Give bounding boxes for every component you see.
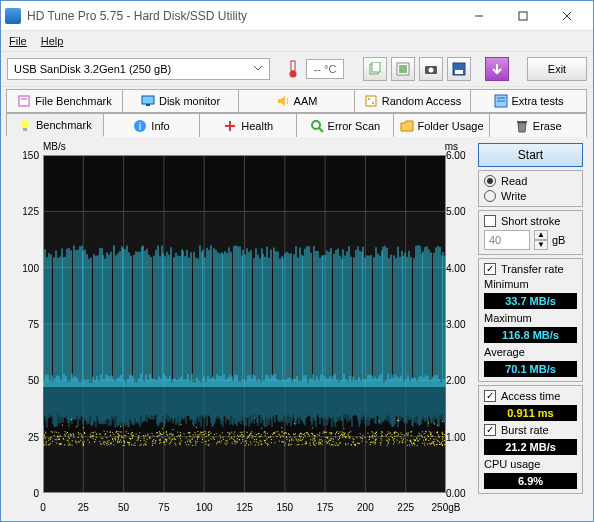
access-time-checkbox[interactable]: Access time: [484, 390, 577, 402]
x-tick: 225: [397, 502, 414, 513]
monitor-icon: [141, 94, 155, 108]
trash-icon: [515, 119, 529, 133]
tabs-row-1: File BenchmarkDisk monitorAAMRandom Acce…: [1, 87, 593, 113]
x-tick: 175: [317, 502, 334, 513]
benchmark-chart: MB/s ms 02550751001251500.001.002.003.00…: [11, 143, 472, 513]
short-stroke-checkbox[interactable]: Short stroke: [484, 215, 577, 227]
cpu-label: CPU usage: [484, 458, 577, 470]
y-right-tick: 3.00: [446, 319, 472, 330]
cpu-value: 6.9%: [484, 473, 577, 489]
min-label: Minimum: [484, 278, 577, 290]
title-bar: HD Tune Pro 5.75 - Hard Disk/SSD Utility: [1, 1, 593, 31]
tab-error-scan[interactable]: Error Scan: [296, 113, 394, 137]
scan-icon: [310, 119, 324, 133]
short-stroke-unit: gB: [552, 234, 565, 246]
screenshot-button[interactable]: [419, 57, 443, 81]
x-tick: 200: [357, 502, 374, 513]
mode-group: Read Write: [478, 170, 583, 207]
minimize-button[interactable]: [457, 2, 501, 30]
tab-extra-tests[interactable]: Extra tests: [470, 89, 587, 113]
wrench-icon: [494, 94, 508, 108]
content-area: MB/s ms 02550751001251500.001.002.003.00…: [1, 137, 593, 521]
close-button[interactable]: [545, 2, 589, 30]
side-panel: Start Read Write Short stroke 40 ▲▼ gB T…: [478, 143, 583, 513]
svg-rect-18: [366, 96, 376, 106]
y-left-tick: 125: [11, 206, 39, 217]
window-title: HD Tune Pro 5.75 - Hard Disk/SSD Utility: [27, 9, 457, 23]
x-tick: 125: [236, 502, 253, 513]
svg-point-11: [429, 68, 434, 73]
maximize-button[interactable]: [501, 2, 545, 30]
tab-benchmark[interactable]: Benchmark: [6, 113, 104, 137]
tab-info[interactable]: iInfo: [103, 113, 201, 137]
tab-file-benchmark[interactable]: File Benchmark: [6, 89, 123, 113]
y-left-tick: 150: [11, 150, 39, 161]
svg-point-5: [290, 71, 297, 78]
svg-rect-13: [455, 70, 463, 74]
start-button[interactable]: Start: [478, 143, 583, 167]
burst-rate-value: 21.2 MB/s: [484, 439, 577, 455]
x-tick: 100: [196, 502, 213, 513]
spinner-buttons[interactable]: ▲▼: [534, 230, 548, 250]
options-button[interactable]: [485, 57, 509, 81]
svg-point-19: [368, 98, 370, 100]
drive-select[interactable]: USB SanDisk 3.2Gen1 (250 gB): [7, 58, 270, 80]
svg-rect-7: [372, 62, 380, 72]
svg-line-31: [319, 128, 323, 132]
svg-text:i: i: [139, 120, 141, 132]
write-radio[interactable]: Write: [484, 190, 577, 202]
svg-rect-25: [23, 128, 27, 131]
min-value: 33.7 MB/s: [484, 293, 577, 309]
y-left-tick: 0: [11, 488, 39, 499]
svg-rect-16: [142, 96, 154, 104]
info-icon: i: [133, 119, 147, 133]
tab-aam[interactable]: AAM: [238, 89, 355, 113]
max-label: Maximum: [484, 312, 577, 324]
copy-screenshot-button[interactable]: [391, 57, 415, 81]
drive-select-value: USB SanDisk 3.2Gen1 (250 gB): [14, 63, 171, 75]
folder-icon: [400, 119, 414, 133]
max-value: 116.8 MB/s: [484, 327, 577, 343]
y-right-tick: 0.00: [446, 488, 472, 499]
menu-help[interactable]: Help: [41, 35, 64, 47]
y-right-tick: 1.00: [446, 431, 472, 442]
x-tick: 150: [276, 502, 293, 513]
svg-rect-29: [225, 125, 235, 127]
app-icon: [5, 8, 21, 24]
exit-button[interactable]: Exit: [527, 57, 587, 81]
transfer-rate-checkbox[interactable]: Transfer rate: [484, 263, 577, 275]
tab-health[interactable]: Health: [199, 113, 297, 137]
toolbar: USB SanDisk 3.2Gen1 (250 gB) -- °C Exit: [1, 51, 593, 87]
tab-random-access[interactable]: Random Access: [354, 89, 471, 113]
save-button[interactable]: [447, 57, 471, 81]
dice-icon: [364, 94, 378, 108]
menu-bar: File Help: [1, 31, 593, 51]
svg-rect-17: [146, 104, 150, 106]
x-tick: 75: [158, 502, 169, 513]
copy-info-button[interactable]: [363, 57, 387, 81]
y-axis-left-label: MB/s: [43, 141, 66, 152]
access-time-group: Access time 0.911 ms Burst rate 21.2 MB/…: [478, 385, 583, 494]
svg-rect-1: [519, 12, 527, 20]
tab-folder-usage[interactable]: Folder Usage: [393, 113, 491, 137]
svg-rect-14: [19, 96, 29, 106]
app-window: HD Tune Pro 5.75 - Hard Disk/SSD Utility…: [0, 0, 594, 522]
speaker-icon: [276, 94, 290, 108]
svg-point-30: [312, 121, 320, 129]
temperature-display: -- °C: [306, 59, 344, 79]
y-left-tick: 25: [11, 431, 39, 442]
read-radio[interactable]: Read: [484, 175, 577, 187]
y-left-tick: 50: [11, 375, 39, 386]
menu-file[interactable]: File: [9, 35, 27, 47]
x-tick: 25: [78, 502, 89, 513]
short-stroke-value[interactable]: 40: [484, 230, 530, 250]
y-right-tick: 6.00: [446, 150, 472, 161]
access-time-value: 0.911 ms: [484, 405, 577, 421]
svg-point-20: [372, 102, 374, 104]
tab-disk-monitor[interactable]: Disk monitor: [122, 89, 239, 113]
svg-rect-9: [399, 65, 407, 73]
burst-rate-checkbox[interactable]: Burst rate: [484, 424, 577, 436]
tab-erase[interactable]: Erase: [489, 113, 587, 137]
svg-rect-4: [291, 61, 295, 71]
avg-label: Average: [484, 346, 577, 358]
